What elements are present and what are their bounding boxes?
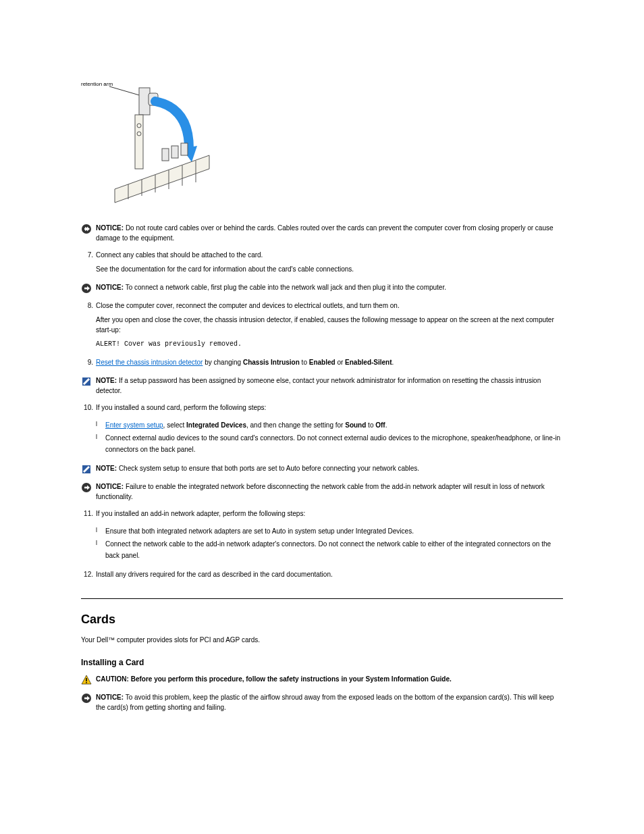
step-text: Connect any cables that should be attach… bbox=[96, 251, 263, 259]
figure-label: retention arm bbox=[81, 81, 113, 87]
note-ports-auto: NOTE: Check system setup to ensure that … bbox=[81, 463, 563, 475]
list-item: Connect external audio devices to the so… bbox=[96, 432, 563, 455]
step-7: 7. Connect any cables that should be att… bbox=[81, 250, 563, 274]
notice-label: NOTICE: bbox=[96, 483, 124, 490]
svg-marker-7 bbox=[115, 155, 209, 203]
retention-arm-figure: retention arm bbox=[81, 81, 216, 209]
notice-network-cable: NOTICE: To connect a network cable, firs… bbox=[81, 282, 563, 294]
svg-rect-14 bbox=[162, 149, 169, 161]
notice-text: To avoid this problem, keep the plastic … bbox=[96, 694, 554, 711]
list-item: Ensure that both integrated network adap… bbox=[96, 525, 563, 537]
retention-arm-diagram-icon bbox=[81, 81, 216, 209]
step-9: 9. Reset the chassis intrusion detector … bbox=[81, 357, 563, 367]
notice-label: NOTICE: bbox=[96, 694, 124, 701]
step-text: Close the computer cover, reconnect the … bbox=[96, 302, 400, 309]
step-8: 8. Close the computer cover, reconnect t… bbox=[81, 301, 563, 349]
svg-rect-22 bbox=[84, 288, 87, 290]
system-setup-link[interactable]: Enter system setup bbox=[105, 421, 163, 429]
note-text: Check system setup to ensure that both p… bbox=[119, 465, 419, 472]
note-icon bbox=[81, 376, 92, 387]
section-title-cards: Cards bbox=[81, 613, 563, 627]
svg-rect-30 bbox=[86, 678, 87, 681]
step-subtext: After you open and close the cover, the … bbox=[96, 315, 563, 335]
cards-intro: Your Dell™ computer provides slots for P… bbox=[81, 635, 563, 646]
svg-rect-4 bbox=[135, 115, 143, 169]
caution-text: Before you perform this procedure, follo… bbox=[131, 675, 452, 683]
svg-rect-19 bbox=[84, 228, 87, 230]
svg-line-0 bbox=[109, 86, 142, 96]
notice-text: Failure to enable the integrated network… bbox=[96, 483, 545, 500]
notice-icon bbox=[81, 482, 92, 493]
step-subtext: See the documentation for the card for i… bbox=[96, 264, 563, 274]
section-divider bbox=[81, 598, 563, 599]
step-12: 12. Install any drivers required for the… bbox=[81, 569, 563, 579]
note-text: If a setup password has been assigned by… bbox=[96, 377, 541, 394]
notice-airflow-shroud: NOTICE: To avoid this problem, keep the … bbox=[81, 692, 563, 712]
step-11: 11. If you installed an add-in network a… bbox=[81, 509, 563, 561]
note-setup-password: NOTE: If a setup password has been assig… bbox=[81, 375, 563, 396]
step-text: Install any drivers required for the car… bbox=[96, 571, 333, 578]
step-code: ALERT! Cover was previously removed. bbox=[96, 339, 563, 349]
notice-integrated-network: NOTICE: Failure to enable the integrated… bbox=[81, 481, 563, 502]
list-item: Enter system setup, select Integrated De… bbox=[96, 419, 563, 431]
svg-rect-27 bbox=[84, 487, 87, 489]
svg-rect-16 bbox=[181, 143, 188, 155]
notice-text: To connect a network cable, first plug t… bbox=[126, 284, 446, 291]
note-icon bbox=[81, 464, 92, 475]
notice-icon bbox=[81, 283, 92, 294]
svg-rect-15 bbox=[171, 146, 178, 158]
caution-label: CAUTION: bbox=[96, 675, 129, 683]
step-text: If you installed a sound card, perform t… bbox=[96, 404, 266, 411]
caution-icon bbox=[81, 675, 92, 685]
caution-safety: CAUTION: Before you perform this procedu… bbox=[81, 674, 563, 685]
notice-icon bbox=[81, 224, 92, 234]
svg-rect-33 bbox=[84, 698, 87, 700]
sub-title-installing-card: Installing a Card bbox=[81, 658, 563, 667]
note-label: NOTE: bbox=[96, 465, 117, 472]
notice-label: NOTICE: bbox=[96, 284, 124, 291]
list-item: Connect the network cable to the add-in … bbox=[96, 538, 563, 561]
notice-label: NOTICE: bbox=[96, 224, 124, 232]
svg-rect-31 bbox=[86, 682, 87, 683]
chassis-intrusion-link[interactable]: Reset the chassis intrusion detector bbox=[96, 359, 203, 366]
step-text: If you installed an add-in network adapt… bbox=[96, 510, 305, 517]
note-label: NOTE: bbox=[96, 377, 117, 384]
document-page: retention arm bbox=[0, 0, 644, 834]
notice-icon bbox=[81, 693, 92, 704]
step-10: 10. If you installed a sound card, perfo… bbox=[81, 402, 563, 455]
notice-card-cables: NOTICE: Do not route card cables over or… bbox=[81, 223, 563, 243]
notice-text: Do not route card cables over or behind … bbox=[96, 224, 554, 242]
